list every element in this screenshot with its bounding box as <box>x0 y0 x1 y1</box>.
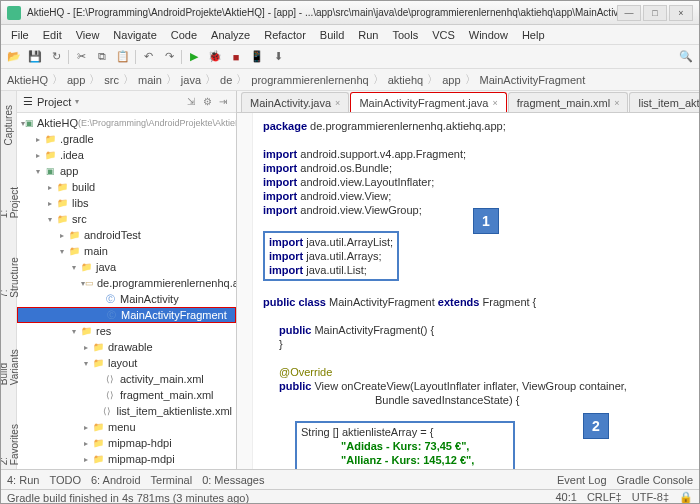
menu-window[interactable]: Window <box>463 27 514 43</box>
breadcrumb-item[interactable]: aktiehq <box>388 74 423 86</box>
left-tool-tab[interactable]: 2: Favorites <box>0 419 22 469</box>
breadcrumb-item[interactable]: main <box>138 74 162 86</box>
expand-arrow-icon[interactable]: ▸ <box>81 423 91 432</box>
expand-arrow-icon[interactable]: ▸ <box>45 199 55 208</box>
bottom-tool-tab[interactable]: TODO <box>49 474 81 486</box>
expand-arrow-icon[interactable]: ▸ <box>57 231 67 240</box>
gear-icon[interactable]: ⚙ <box>200 95 214 109</box>
tree-row[interactable]: ▸📁mipmap-hdpi <box>17 435 236 451</box>
tab-close-icon[interactable]: × <box>492 98 497 108</box>
menu-refactor[interactable]: Refactor <box>258 27 312 43</box>
editor-tab[interactable]: MainActivityFragment.java× <box>350 92 506 112</box>
expand-arrow-icon[interactable]: ▸ <box>45 183 55 192</box>
expand-arrow-icon[interactable]: ▸ <box>81 343 91 352</box>
breadcrumb-item[interactable]: app <box>67 74 85 86</box>
code-editor[interactable]: package de.programmierenlernenhq.aktiehq… <box>253 113 700 469</box>
expand-arrow-icon[interactable]: ▾ <box>69 327 79 336</box>
bottom-tool-tab[interactable]: 4: Run <box>7 474 39 486</box>
tree-row[interactable]: ⟨⟩activity_main.xml <box>17 371 236 387</box>
tree-row[interactable]: ▸📁.gradle <box>17 131 236 147</box>
bottom-tool-tab[interactable]: Terminal <box>151 474 193 486</box>
tree-row[interactable]: ▸📁drawable <box>17 339 236 355</box>
bottom-tool-tab[interactable]: Gradle Console <box>617 474 693 486</box>
avd-icon[interactable]: 📱 <box>248 48 266 66</box>
tab-close-icon[interactable]: × <box>614 98 619 108</box>
tree-row[interactable]: ▸📁androidTest <box>17 227 236 243</box>
search-icon[interactable]: 🔍 <box>677 48 695 66</box>
cut-icon[interactable]: ✂ <box>72 48 90 66</box>
breadcrumb-item[interactable]: programmierenlernenhq <box>251 74 368 86</box>
editor-tab[interactable]: fragment_main.xml× <box>508 92 629 112</box>
collapse-icon[interactable]: ⇲ <box>184 95 198 109</box>
minimize-button[interactable]: — <box>617 5 641 21</box>
expand-arrow-icon[interactable]: ▾ <box>81 359 91 368</box>
menu-navigate[interactable]: Navigate <box>107 27 162 43</box>
stop-icon[interactable]: ■ <box>227 48 245 66</box>
left-tool-tab[interactable]: Captures <box>1 101 16 150</box>
menu-vcs[interactable]: VCS <box>426 27 461 43</box>
expand-arrow-icon[interactable]: ▾ <box>69 263 79 272</box>
maximize-button[interactable]: □ <box>643 5 667 21</box>
editor-tab[interactable]: list_item_aktienliste.xml× <box>629 92 700 112</box>
tree-row[interactable]: ▾📁main <box>17 243 236 259</box>
save-icon[interactable]: 💾 <box>26 48 44 66</box>
menu-file[interactable]: File <box>5 27 35 43</box>
tree-row[interactable]: ▸📁libs <box>17 195 236 211</box>
project-tree[interactable]: ▾▣AktieHQ (E:\Programming\AndroidProjekt… <box>17 113 236 469</box>
menu-tools[interactable]: Tools <box>386 27 424 43</box>
bottom-tool-tab[interactable]: Event Log <box>557 474 607 486</box>
bottom-tool-tab[interactable]: 0: Messages <box>202 474 264 486</box>
breadcrumb-item[interactable]: de <box>220 74 232 86</box>
breadcrumb-item[interactable]: MainActivityFragment <box>480 74 586 86</box>
line-separator[interactable]: CRLF‡ <box>587 491 622 504</box>
expand-arrow-icon[interactable]: ▸ <box>33 151 43 160</box>
left-tool-tab[interactable]: 1: Project <box>0 180 22 222</box>
open-icon[interactable]: 📂 <box>5 48 23 66</box>
sync-icon[interactable]: ↻ <box>47 48 65 66</box>
copy-icon[interactable]: ⧉ <box>93 48 111 66</box>
tree-row[interactable]: ▸📁mipmap-mdpi <box>17 451 236 467</box>
lock-icon[interactable]: 🔒 <box>679 491 693 504</box>
expand-arrow-icon[interactable]: ▾ <box>45 215 55 224</box>
breadcrumb-item[interactable]: src <box>104 74 119 86</box>
tree-row[interactable]: ▾▣AktieHQ (E:\Programming\AndroidProjekt… <box>17 115 236 131</box>
expand-arrow-icon[interactable]: ▸ <box>33 135 43 144</box>
redo-icon[interactable]: ↷ <box>160 48 178 66</box>
run-icon[interactable]: ▶ <box>185 48 203 66</box>
close-button[interactable]: × <box>669 5 693 21</box>
expand-arrow-icon[interactable]: ▾ <box>33 167 43 176</box>
sdk-icon[interactable]: ⬇ <box>269 48 287 66</box>
tree-row[interactable]: ▾📁java <box>17 259 236 275</box>
menu-analyze[interactable]: Analyze <box>205 27 256 43</box>
tree-row[interactable]: ▾▣app <box>17 163 236 179</box>
menu-run[interactable]: Run <box>352 27 384 43</box>
menu-build[interactable]: Build <box>314 27 350 43</box>
debug-icon[interactable]: 🐞 <box>206 48 224 66</box>
breadcrumb-item[interactable]: app <box>442 74 460 86</box>
breadcrumb-item[interactable]: java <box>181 74 201 86</box>
tree-row[interactable]: ▸📁menu <box>17 419 236 435</box>
left-tool-tab[interactable]: 7: Structure <box>0 252 22 302</box>
expand-arrow-icon[interactable]: ▸ <box>81 455 91 464</box>
menu-view[interactable]: View <box>70 27 106 43</box>
editor-tab[interactable]: MainActivity.java× <box>241 92 349 112</box>
bottom-tool-tab[interactable]: 6: Android <box>91 474 141 486</box>
menu-help[interactable]: Help <box>516 27 551 43</box>
tree-row[interactable]: ▾📁res <box>17 323 236 339</box>
left-tool-tab[interactable]: Build Variants <box>0 332 22 389</box>
project-view-label[interactable]: Project <box>37 96 71 108</box>
tree-row[interactable]: ⒸMainActivityFragment <box>17 307 236 323</box>
tab-close-icon[interactable]: × <box>335 98 340 108</box>
tree-row[interactable]: ▾📁layout <box>17 355 236 371</box>
tree-row[interactable]: ▾▭de.programmierenlernenhq.aktiehq.app <box>17 275 236 291</box>
breadcrumb-item[interactable]: AktieHQ <box>7 74 48 86</box>
tree-row[interactable]: ⟨⟩list_item_aktienliste.xml <box>17 403 236 419</box>
menu-edit[interactable]: Edit <box>37 27 68 43</box>
tree-row[interactable]: ⟨⟩fragment_main.xml <box>17 387 236 403</box>
paste-icon[interactable]: 📋 <box>114 48 132 66</box>
tree-row[interactable]: ⒸMainActivity <box>17 291 236 307</box>
tree-row[interactable]: ▾📁src <box>17 211 236 227</box>
chevron-down-icon[interactable]: ▾ <box>75 97 79 106</box>
expand-arrow-icon[interactable]: ▸ <box>81 439 91 448</box>
file-encoding[interactable]: UTF-8‡ <box>632 491 669 504</box>
